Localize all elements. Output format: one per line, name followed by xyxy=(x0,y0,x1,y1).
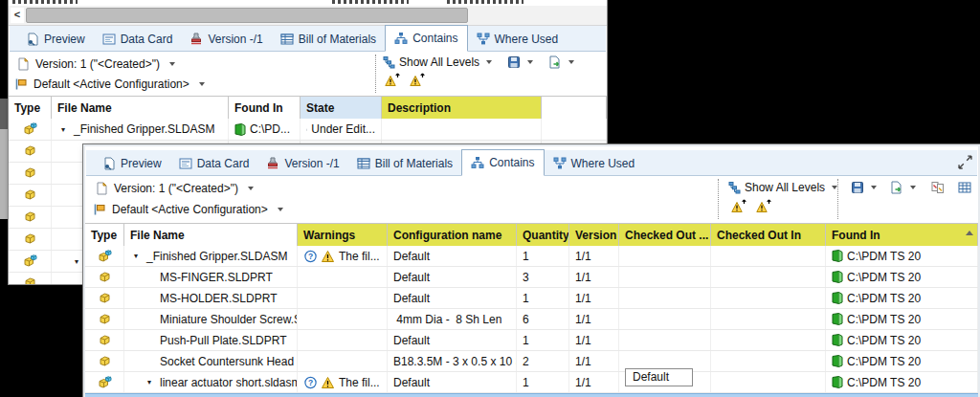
column-header-checked-out-in[interactable]: Checked Out In xyxy=(711,224,826,247)
warning-icon xyxy=(321,250,335,263)
background-window-edge xyxy=(0,99,8,219)
expander-icon[interactable]: ▾ xyxy=(147,378,160,386)
column-header-type[interactable]: Type xyxy=(9,97,52,120)
checked-out-in-cell xyxy=(711,351,826,371)
save-icon xyxy=(851,181,864,194)
type-cell xyxy=(9,119,52,140)
table-row[interactable]: ▾ Miniature Shoulder Screw.S... 4mm Dia … xyxy=(85,309,978,330)
tab-bill-of-materials[interactable]: Bill of Materials xyxy=(348,152,461,175)
tab-label: Preview xyxy=(44,33,85,46)
tab-version[interactable]: Version -/1 xyxy=(181,28,271,51)
grid-icon xyxy=(958,181,971,194)
version-cell: 1/1 xyxy=(569,288,619,308)
vault-icon xyxy=(832,292,843,304)
column-header-checked-out[interactable]: Checked Out ... xyxy=(619,224,711,247)
column-header-version[interactable]: Version xyxy=(569,224,619,247)
column-header-description[interactable]: Description xyxy=(382,97,542,120)
table-row[interactable]: ▾ MS-FINGER.SLDPRT Default 3 1/1 C:\PDM … xyxy=(85,267,978,288)
configuration-label: Default <Active Configuration> xyxy=(33,77,189,91)
scrollbar-thumb[interactable] xyxy=(26,8,468,23)
version-selector[interactable]: Version: 1 ("<Created>") xyxy=(95,180,254,197)
tab-data-card[interactable]: Data Card xyxy=(94,28,182,51)
column-header-file-name[interactable]: File Name xyxy=(52,97,229,120)
checked-out-cell xyxy=(619,330,711,350)
column-header-found-in[interactable]: Found In xyxy=(229,97,301,120)
table-row[interactable]: ▾ _Finished Gripper.SLDASM C:\PD... Unde… xyxy=(9,119,607,141)
version-icon xyxy=(266,157,279,170)
warnings-cell xyxy=(298,351,388,371)
show-all-levels-button[interactable]: Show All Levels xyxy=(728,181,837,194)
chevron-down-icon xyxy=(169,62,175,66)
column-header-type[interactable]: Type xyxy=(85,224,124,247)
table-row[interactable]: ▾ C:\PDM TS 20 xyxy=(85,393,978,397)
export-icon xyxy=(548,55,562,69)
checked-out-cell xyxy=(619,267,711,287)
tab-where-used[interactable]: Where Used xyxy=(545,152,644,175)
tab-preview[interactable]: Preview xyxy=(94,152,170,175)
file-name-cell: ▾ _Finished Gripper.SLDASM xyxy=(124,246,298,266)
tab-bill-of-materials[interactable]: Bill of Materials xyxy=(272,28,385,51)
column-header-file-name[interactable]: File Name xyxy=(124,224,298,247)
quantity-cell: 1 xyxy=(517,372,569,392)
tab-label: Data Card xyxy=(197,157,250,170)
tab-contains[interactable]: Contains xyxy=(385,25,467,52)
configuration-selector[interactable]: Default <Active Configuration> xyxy=(14,76,205,93)
export-button[interactable] xyxy=(890,181,916,194)
desktop-background: < Preview Data Card Version -/1 Bill of … xyxy=(0,0,980,397)
expander-icon[interactable]: ▾ xyxy=(134,252,146,260)
warning-up-icon[interactable] xyxy=(731,199,747,213)
tab-where-used[interactable]: Where Used xyxy=(468,28,568,51)
chevron-down-icon xyxy=(832,186,837,189)
export-button[interactable] xyxy=(548,55,574,69)
toolbar-separator xyxy=(718,179,719,219)
save-button[interactable] xyxy=(851,181,877,194)
type-cell xyxy=(9,273,52,284)
file-name-cell: ▾ MS-FINGER.SLDPRT xyxy=(124,267,298,287)
bom-icon xyxy=(357,157,370,170)
back-tab-bar: Preview Data Card Version -/1 Bill of Ma… xyxy=(10,26,606,52)
column-header-quantity[interactable]: Quantity xyxy=(517,224,569,247)
preview-icon xyxy=(26,33,39,46)
tab-version[interactable]: Version -/1 xyxy=(257,152,347,175)
column-header-found-in[interactable]: Found In xyxy=(826,224,978,247)
expander-icon[interactable]: ▾ xyxy=(61,125,74,134)
checked-out-tooltip: Default xyxy=(625,368,693,386)
table-row[interactable]: ▾ MS-HOLDER.SLDPRT Default 1 1/1 C:\PDM … xyxy=(85,288,978,309)
column-header-configuration-name[interactable]: Configuration name xyxy=(388,224,517,247)
show-all-levels-button[interactable]: Show All Levels xyxy=(383,55,492,69)
table-row[interactable]: ▾ Socket Countersunk Head ... B18.3.5M -… xyxy=(85,351,978,372)
quantity-cell: 1 xyxy=(517,330,569,350)
compare-button[interactable] xyxy=(931,181,945,194)
column-header-warnings[interactable]: Warnings xyxy=(298,224,388,247)
warning-up-icon[interactable] xyxy=(385,73,401,87)
warning-up-icon[interactable] xyxy=(756,199,772,213)
expand-view-icon[interactable] xyxy=(958,155,972,169)
tab-label: Version -/1 xyxy=(208,33,262,46)
warning-up-icon[interactable] xyxy=(410,73,426,87)
scroll-left-arrow[interactable]: < xyxy=(11,8,24,23)
tab-preview[interactable]: Preview xyxy=(17,28,94,51)
table-row[interactable]: ▾ linear actuator short.sldasm The fil..… xyxy=(85,372,978,393)
chevron-down-icon xyxy=(568,60,574,64)
version-icon xyxy=(189,33,203,46)
warnings-cell: The fil... xyxy=(298,372,388,392)
warnings-cell xyxy=(298,309,388,329)
tab-contains[interactable]: Contains xyxy=(461,149,544,176)
back-warning-buttons xyxy=(385,73,426,87)
part-icon xyxy=(23,188,37,202)
table-row[interactable]: ▾ Push-Pull Plate.SLDPRT Default 1 1/1 C… xyxy=(85,330,978,351)
checked-out-in-cell xyxy=(711,309,826,329)
type-cell xyxy=(9,163,52,184)
save-button[interactable] xyxy=(507,55,533,69)
file-name-cell: ▾ Socket Countersunk Head ... xyxy=(124,351,298,371)
horizontal-scrollbar[interactable]: < xyxy=(9,6,607,26)
quantity-cell: 1 xyxy=(517,288,569,308)
table-row[interactable]: ▾ _Finished Gripper.SLDASM The fil... De… xyxy=(85,246,978,267)
configuration-selector[interactable]: Default <Active Configuration> xyxy=(93,201,283,218)
table-scroll-up-arrow[interactable] xyxy=(966,231,973,235)
column-options-button[interactable] xyxy=(958,181,980,194)
column-header-state[interactable]: State xyxy=(301,97,382,120)
tab-data-card[interactable]: Data Card xyxy=(170,152,258,175)
version-selector[interactable]: Version: 1 ("<Created>") xyxy=(16,55,175,73)
where-used-icon xyxy=(553,157,567,170)
